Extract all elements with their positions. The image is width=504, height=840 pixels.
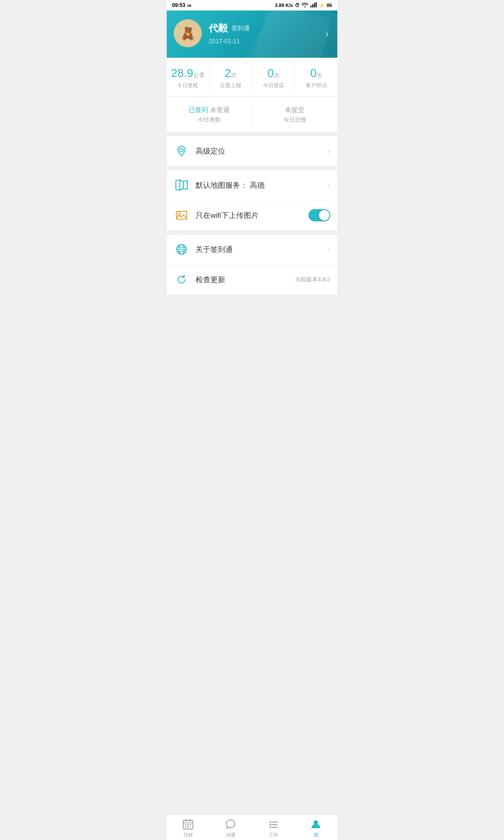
avatar: 🧸 [174,19,202,47]
stat-visit: 0次 客户拜访 [295,65,337,91]
divider-1 [167,132,337,136]
profile-date: 2017-01-11 [209,38,330,45]
divider-2 [167,166,337,170]
stat-inspection-unit: 次 [274,72,280,78]
svg-point-9 [178,213,181,215]
checkin-status: 已签到 [189,106,208,113]
stat-location-label: 位置上报 [213,82,248,89]
stat-visit-value: 0 [310,66,316,80]
stat-location-unit: 次 [231,72,237,78]
image-upload-icon [174,207,189,223]
globe-icon [174,242,189,257]
menu-item-map[interactable]: 默认地图服务： 高德 › [167,170,337,200]
svg-rect-8 [176,211,187,219]
stat-distance-unit: 公里 [193,72,205,78]
wifi-icon [301,2,308,8]
menu-section-map: 默认地图服务： 高德 › 只在wifi下上传图片 [167,170,337,230]
network-speed: 3.89 K/s [275,3,293,8]
checkin-label: 今日考勤 [170,116,248,124]
menu-label-about: 关于签到通 [196,245,328,255]
map-icon [174,177,189,193]
checkout-status: 未签退 [210,106,230,113]
profile-chevron-icon: › [326,28,329,40]
attendance-report: 未提交 今日日报 [252,103,338,126]
svg-rect-0 [310,6,312,7]
attendance-section: 已签到 未签退 今日考勤 未提交 今日日报 [167,97,337,132]
stat-inspection-value: 0 [267,66,273,80]
menu-item-upload[interactable]: 只在wifi下上传图片 [167,200,337,230]
battery-level: 86 [327,3,332,8]
profile-tag: 签到通 [231,24,250,32]
menu-label-update: 检查更新 [196,275,295,285]
chevron-about-icon: › [328,245,330,254]
signal-icon [310,2,317,8]
svg-marker-5 [176,180,187,190]
profile-banner[interactable]: 🧸 代毅 签到通 2017-01-11 › [167,10,337,58]
status-time: 09:53 [172,2,186,8]
menu-item-update[interactable]: 检查更新 当前版本3.8.2 [167,265,337,294]
refresh-icon [174,272,189,287]
svg-rect-3 [315,2,317,7]
stat-inspection: 0次 今日巡店 [252,65,295,91]
divider-3 [167,230,337,234]
chevron-map-icon: › [328,181,330,190]
report-label: 今日日报 [256,116,334,124]
stat-location-value: 2 [224,66,231,80]
alarm-icon: ⏱ [295,3,300,8]
toggle-knob [319,210,329,220]
menu-label-map: 默认地图服务： 高德 [196,180,328,190]
stat-inspection-label: 今日巡店 [256,82,291,89]
attendance-checkin: 已签到 未签退 今日考勤 [167,103,252,126]
menu-label-location: 高级定位 [196,146,328,156]
menu-label-upload: 只在wifi下上传图片 [196,210,308,220]
stat-distance-value: 28.9 [171,66,193,80]
stat-visit-unit: 次 [316,72,322,78]
svg-rect-2 [314,3,315,7]
stat-distance: 28.9公里 今日里程 [167,65,210,91]
report-status: 未提交 [285,106,304,113]
location-icon [174,143,189,159]
menu-item-about[interactable]: 关于签到通 › [167,234,337,265]
stats-section: 28.9公里 今日里程 2次 位置上报 0次 今日巡店 0次 客户拜访 [167,58,337,96]
svg-point-4 [180,148,183,152]
menu-section-location: 高级定位 › [167,136,337,166]
status-bar: 09:53 ∞ 3.89 K/s ⏱ ⚡ [167,0,337,10]
svg-rect-1 [312,4,313,7]
menu-section-about: 关于签到通 › 检查更新 当前版本3.8.2 [167,234,337,294]
wifi-upload-toggle[interactable] [308,209,330,221]
profile-info: 代毅 签到通 2017-01-11 [209,22,330,45]
chevron-location-icon: › [328,147,330,156]
infinity-icon: ∞ [187,2,192,9]
stat-distance-label: 今日里程 [170,82,206,89]
stat-visit-label: 客户拜访 [298,82,334,89]
menu-item-location[interactable]: 高级定位 › [167,136,337,166]
charging-icon: ⚡ [319,3,325,8]
version-text: 当前版本3.8.2 [295,276,330,284]
profile-name: 代毅 [209,22,228,35]
stat-location: 2次 位置上报 [210,65,252,91]
